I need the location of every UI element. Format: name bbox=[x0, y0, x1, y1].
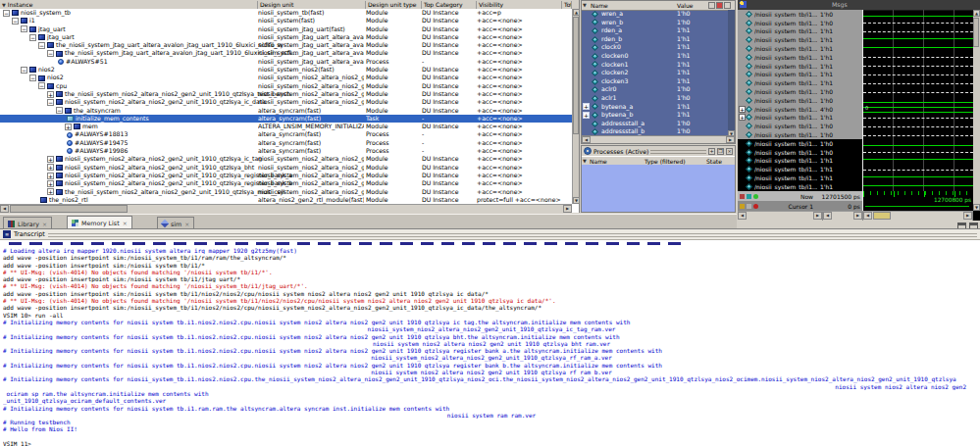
cursor-lock-icon[interactable] bbox=[740, 204, 745, 209]
wave-signal-row[interactable]: /niosii_system_tb/i1...1'h1 bbox=[738, 173, 862, 182]
instance-tree-row[interactable]: +niosii_system_nios2_altera_nios2_gen2_u… bbox=[0, 155, 572, 163]
wave-signal-row[interactable]: /niosii_system_tb/i1...1'h0 bbox=[738, 139, 862, 148]
objects-column-name[interactable]: Name bbox=[591, 2, 608, 9]
instance-tree-row[interactable]: +the_niosii_system_nios2_altera_nios2_ge… bbox=[0, 90, 572, 98]
instance-tree-row[interactable]: +memALTERA_LNSIM_MEMORY_INITIALIZA...Mod… bbox=[0, 123, 572, 130]
wave-signal-row[interactable]: /niosii_system_tb/i1...1'h1 bbox=[738, 165, 862, 173]
collapse-icon[interactable]: − bbox=[3, 10, 10, 17]
instance-tree-row[interactable]: −the_niosii_system_jtag_uart_altera_aval… bbox=[0, 41, 572, 49]
scroll-thumb[interactable] bbox=[573, 17, 579, 134]
wave-signal-row[interactable]: +/niosii_system_tb/i1...1'h1 bbox=[738, 114, 862, 123]
signal-row[interactable]: clocken01'h1 bbox=[582, 52, 729, 61]
wave-signal-row[interactable]: /niosii_system_tb/i1...1'h1 bbox=[738, 27, 862, 36]
collapse-icon[interactable]: − bbox=[21, 25, 27, 32]
expand-icon[interactable]: + bbox=[583, 103, 590, 110]
signal-row[interactable]: addressstall_a1'h0 bbox=[582, 120, 729, 128]
expand-icon[interactable]: + bbox=[47, 188, 54, 195]
objects-filter-icon[interactable] bbox=[716, 2, 723, 9]
collapse-icon[interactable]: − bbox=[12, 18, 19, 25]
objects-vscrollbar[interactable]: ▼ bbox=[728, 10, 735, 137]
signal-row[interactable]: +byteena_b1'h1 bbox=[582, 111, 729, 120]
objects-hscrollbar[interactable]: ◀ ▶ bbox=[582, 135, 735, 143]
objects-grid-icon[interactable] bbox=[708, 2, 715, 9]
wave-signal-row[interactable]: /niosii_system_tb/i1...1'h1 bbox=[738, 157, 862, 166]
collapse-icon[interactable]: − bbox=[21, 67, 27, 74]
tab-close-icon[interactable] bbox=[184, 221, 189, 227]
instance-tree-row[interactable]: −nios2niosii_system_nios2(fast)ModuleDU … bbox=[0, 66, 572, 74]
instance-tree-row[interactable]: +niosii_system_nios2_altera_nios2_gen2_u… bbox=[0, 179, 572, 187]
titlebar-grip[interactable] bbox=[48, 232, 977, 237]
instance-tree-row[interactable]: −i1niosii_system(fast)ModuleDU Instance+… bbox=[0, 17, 572, 25]
instance-tree-row[interactable]: −jtag_uartniosii_system_jtag_uart(fast)M… bbox=[0, 25, 572, 33]
expand-icon[interactable]: + bbox=[583, 112, 590, 119]
structure-vscrollbar[interactable]: ▲ ▼ bbox=[572, 9, 579, 204]
scroll-up-icon[interactable]: ▲ bbox=[573, 9, 580, 16]
collapse-icon[interactable]: − bbox=[56, 107, 63, 114]
instance-tree-row[interactable]: #ALWAYS#51niosii_system_jtag_uart_altera… bbox=[0, 58, 572, 66]
wave-signal-row[interactable]: +/niosii_system_tb/i1...4'h0 bbox=[738, 105, 862, 114]
scroll-left-icon[interactable]: ◀ bbox=[823, 212, 832, 220]
scroll-right-icon[interactable]: ▶ bbox=[963, 212, 972, 220]
wave-signal-row[interactable]: /niosii_system_tb/i1...1'h0 bbox=[738, 87, 862, 96]
collapse-icon[interactable]: − bbox=[38, 42, 45, 49]
objects-menu-icon[interactable] bbox=[724, 2, 731, 9]
wave-signal-row[interactable]: /niosii_system_tb/i1...1'h1 bbox=[738, 71, 862, 79]
waveform-canvas[interactable]: 0 bbox=[863, 10, 973, 191]
instance-tree-row[interactable]: initialize_mem_contentsaltera_syncram(fa… bbox=[0, 115, 572, 123]
transcript-log[interactable]: # Loading altera_irq_mapper_1920.niosii_… bbox=[3, 241, 980, 446]
objects-column-value[interactable]: Value bbox=[677, 2, 693, 9]
scroll-left-icon[interactable]: ◀ bbox=[738, 212, 747, 220]
wave-signal-row[interactable]: /niosii_system_tb/i1...1'h1 bbox=[738, 35, 862, 44]
instance-tree-row[interactable]: −nios2niosii_system_nios2_altera_nios2_g… bbox=[0, 74, 572, 81]
wave-marker-icon[interactable] bbox=[740, 194, 745, 199]
collapse-icon[interactable]: − bbox=[29, 34, 36, 41]
tab-memory-list[interactable]: Memory List bbox=[67, 216, 132, 229]
expand-icon[interactable]: + bbox=[739, 114, 746, 121]
scroll-left-icon[interactable]: ◀ bbox=[582, 136, 591, 143]
expand-icon[interactable]: + bbox=[47, 91, 54, 98]
instance-tree-row[interactable]: −cpuniosii_system_nios2_altera_nios2_gen… bbox=[0, 82, 572, 90]
instance-tree-row[interactable]: −niosii_system_tbniosii_system_tb(fast)M… bbox=[0, 9, 572, 17]
scroll-thumb[interactable] bbox=[973, 18, 979, 47]
wave-signal-row[interactable]: /niosii_system_tb/i1...1'h1 bbox=[738, 62, 862, 71]
instance-tree-row[interactable]: #ALWAYS#19475altera_syncram(fast)Process… bbox=[0, 139, 572, 147]
titlebar-grip[interactable] bbox=[650, 149, 706, 154]
processes-column-type[interactable]: Type (filtered) bbox=[645, 158, 686, 165]
signal-row[interactable]: +byteena_a1'h1 bbox=[582, 103, 729, 112]
cursor-edit-icon[interactable] bbox=[747, 204, 751, 209]
signal-row[interactable]: rden_a1'h1 bbox=[582, 26, 729, 35]
signal-row[interactable]: rden_b1'h1 bbox=[582, 35, 729, 44]
instance-tree-row[interactable]: −the_altsyncramaltera_syncram(fast)Modul… bbox=[0, 107, 572, 115]
collapse-icon[interactable]: − bbox=[38, 82, 45, 89]
tab-close-icon[interactable] bbox=[123, 220, 128, 226]
instance-tree-row[interactable]: −jtag_uartniosii_system_jtag_uart_altera… bbox=[0, 33, 572, 41]
wave-hscrollbar[interactable]: ◀ ▶ ◀ ▶ ◀ ▶ bbox=[738, 211, 973, 221]
scroll-left-icon[interactable]: ◀ bbox=[863, 212, 872, 220]
wave-signal-row[interactable]: /niosii_system_tb/i1...1'h0 bbox=[738, 96, 862, 105]
wave-collapse-icon[interactable] bbox=[747, 194, 751, 199]
scroll-thumb[interactable] bbox=[10, 205, 128, 213]
processes-column-state[interactable]: State bbox=[706, 158, 722, 165]
column-header-total[interactable]: Tot bbox=[562, 1, 572, 9]
expand-icon[interactable]: + bbox=[47, 173, 54, 179]
instance-tree-row[interactable]: −niosii_system_nios2_altera_nios2_gen2_u… bbox=[0, 98, 572, 106]
wave-signal-row[interactable]: /niosii_system_tb/i1...1'h1 bbox=[738, 53, 862, 62]
column-header-top-category[interactable]: Top Category bbox=[422, 1, 477, 9]
instance-tree-row[interactable]: −the_niosii_system_jtag_uart_altera_aval… bbox=[0, 49, 572, 57]
column-header-visibility[interactable]: Visibility bbox=[477, 1, 562, 9]
expand-icon[interactable]: + bbox=[65, 124, 72, 130]
signal-row[interactable]: wren_a1'h0 bbox=[582, 10, 729, 19]
signal-row[interactable]: aclr11'h0 bbox=[582, 94, 729, 103]
wave-signal-row[interactable]: /niosii_system_tb/i1...1'h1 bbox=[738, 78, 862, 87]
scroll-up-icon[interactable]: ▲ bbox=[973, 10, 980, 17]
scroll-right-icon[interactable]: ▶ bbox=[853, 212, 862, 220]
scroll-down-icon[interactable]: ▼ bbox=[573, 197, 580, 204]
wave-cursor-row[interactable]: Cursor 1 0 ps bbox=[738, 201, 862, 211]
instance-tree-row[interactable]: +the_niosii_system_nios2_altera_nios2_ge… bbox=[0, 188, 572, 196]
pane-add-icon[interactable]: + bbox=[708, 148, 715, 155]
expand-icon[interactable]: + bbox=[47, 156, 54, 163]
processes-column-name[interactable]: Name bbox=[590, 158, 607, 165]
signal-row[interactable]: wren_b1'h0 bbox=[582, 19, 729, 27]
signal-row[interactable]: clocken31'h1 bbox=[582, 77, 729, 86]
processes-list-empty[interactable] bbox=[582, 165, 735, 212]
